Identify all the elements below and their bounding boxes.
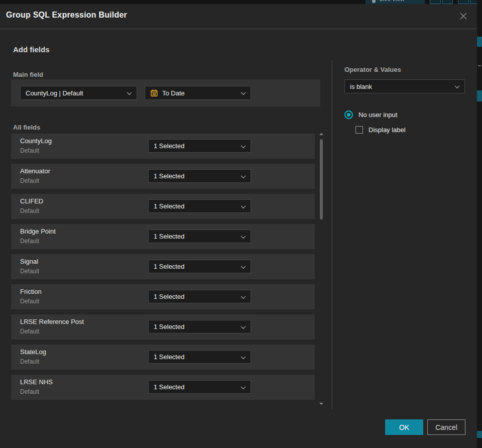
close-button[interactable] bbox=[457, 10, 470, 23]
no-user-input-label: No user input bbox=[358, 111, 397, 119]
scroll-up-icon[interactable] bbox=[319, 133, 323, 135]
field-selected-value: 1 Selected bbox=[154, 323, 184, 330]
operator-values-label: Operator & Values bbox=[344, 66, 401, 73]
all-fields-label: All fields bbox=[13, 124, 40, 131]
field-selected-value: 1 Selected bbox=[154, 233, 184, 240]
chevron-down-icon bbox=[241, 324, 246, 329]
field-name: CLIFED bbox=[20, 197, 43, 205]
live-view-button[interactable]: Live view bbox=[366, 0, 425, 4]
operator-select-value: is blank bbox=[350, 83, 372, 90]
page-behind-right-strip bbox=[477, 0, 482, 448]
field-selected-value: 1 Selected bbox=[154, 202, 184, 210]
field-selected-value: 1 Selected bbox=[154, 172, 184, 180]
field-selected-dropdown[interactable]: 1 Selected bbox=[148, 169, 251, 183]
scroll-down-icon[interactable] bbox=[319, 403, 323, 405]
add-fields-heading: Add fields bbox=[13, 45, 50, 54]
sidebar-fragment-tick bbox=[478, 65, 481, 66]
field-subtitle: Default bbox=[20, 358, 39, 365]
live-view-dot-icon bbox=[372, 0, 376, 3]
field-subtitle: Default bbox=[20, 238, 39, 245]
dialog-title: Group SQL Expression Builder bbox=[6, 11, 127, 20]
main-field-label: Main field bbox=[13, 71, 43, 78]
field-row: LRSE NHS Default 1 Selected bbox=[11, 375, 315, 400]
chevron-down-icon bbox=[241, 173, 246, 178]
all-fields-list: CountyLog Default 1 Selected Attenuator … bbox=[11, 134, 320, 405]
chevron-down-icon bbox=[241, 264, 246, 269]
field-subtitle: Default bbox=[20, 268, 39, 275]
field-name: Friction bbox=[20, 288, 42, 295]
display-label-checkbox[interactable]: Display label bbox=[355, 126, 406, 134]
field-selected-dropdown[interactable]: 1 Selected bbox=[148, 380, 251, 394]
field-name: StateLog bbox=[20, 348, 46, 356]
chevron-down-icon bbox=[241, 143, 246, 148]
chevron-down-icon bbox=[455, 83, 460, 88]
field-subtitle: Default bbox=[20, 207, 39, 214]
checkbox-unchecked-icon bbox=[355, 126, 363, 134]
field-selected-dropdown[interactable]: 1 Selected bbox=[148, 139, 251, 153]
field-row: Signal Default 1 Selected bbox=[11, 254, 315, 279]
field-name: Bridge Point bbox=[20, 228, 56, 235]
cancel-button[interactable]: Cancel bbox=[427, 419, 465, 435]
chevron-down-icon bbox=[241, 384, 246, 389]
sidebar-fragment-accent bbox=[477, 37, 482, 47]
scrollbar-thumb[interactable] bbox=[320, 139, 323, 219]
field-selected-dropdown[interactable]: 1 Selected bbox=[148, 260, 251, 273]
field-row: CountyLog Default 1 Selected bbox=[11, 134, 315, 159]
chevron-down-icon bbox=[241, 90, 246, 95]
chevron-down-icon bbox=[241, 294, 246, 299]
field-row: Attenuator Default 1 Selected bbox=[11, 164, 315, 189]
field-selected-value: 1 Selected bbox=[154, 383, 184, 391]
toolbar-fragment-icon[interactable] bbox=[442, 0, 453, 4]
page-behind-top-strip: Live view bbox=[0, 0, 482, 4]
chevron-down-icon bbox=[241, 203, 246, 208]
field-type-select-value: To Date bbox=[162, 89, 185, 97]
field-selected-value: 1 Selected bbox=[154, 263, 184, 270]
field-subtitle: Default bbox=[20, 147, 39, 154]
field-row: CLIFED Default 1 Selected bbox=[11, 194, 315, 219]
field-selected-dropdown[interactable]: 1 Selected bbox=[148, 320, 251, 333]
ok-button[interactable]: OK bbox=[385, 419, 423, 435]
group-sql-expression-builder-dialog: Group SQL Expression Builder Add fields … bbox=[0, 4, 477, 448]
field-name: Signal bbox=[20, 258, 38, 265]
field-row: StateLog Default 1 Selected bbox=[11, 345, 315, 370]
chevron-down-icon bbox=[241, 234, 246, 239]
field-name: Attenuator bbox=[20, 167, 50, 175]
field-name: LRSE NHS bbox=[20, 378, 53, 386]
field-selected-dropdown[interactable]: 1 Selected bbox=[148, 350, 251, 364]
field-selected-value: 1 Selected bbox=[154, 293, 184, 300]
display-label-label: Display label bbox=[369, 126, 406, 134]
chevron-down-icon bbox=[127, 90, 132, 95]
list-scrollbar[interactable] bbox=[319, 132, 324, 406]
main-field-select-value: CountyLog | Default bbox=[26, 89, 83, 97]
field-selected-dropdown[interactable]: 1 Selected bbox=[148, 290, 251, 303]
field-subtitle: Default bbox=[20, 388, 39, 395]
field-subtitle: Default bbox=[20, 298, 39, 305]
chevron-down-icon bbox=[241, 354, 246, 359]
field-name: LRSE Reference Post bbox=[20, 318, 84, 325]
field-name: CountyLog bbox=[20, 137, 52, 145]
field-row: LRSE Reference Post Default 1 Selected bbox=[11, 314, 315, 340]
field-selected-dropdown[interactable]: 1 Selected bbox=[148, 230, 251, 243]
operator-select[interactable]: is blank bbox=[344, 79, 465, 93]
field-subtitle: Default bbox=[20, 177, 39, 184]
field-type-select[interactable]: To Date bbox=[145, 86, 251, 100]
sidebar-fragment-accent bbox=[477, 90, 482, 101]
close-icon bbox=[459, 12, 468, 21]
panel-divider bbox=[332, 60, 332, 409]
field-selected-value: 1 Selected bbox=[154, 353, 184, 361]
live-view-label: Live view bbox=[380, 0, 404, 3]
field-selected-value: 1 Selected bbox=[154, 142, 184, 150]
field-row: Friction Default 1 Selected bbox=[11, 284, 315, 309]
field-row: Bridge Point Default 1 Selected bbox=[11, 224, 315, 249]
no-user-input-radio[interactable]: No user input bbox=[344, 110, 397, 119]
main-field-panel: CountyLog | Default To Date bbox=[11, 79, 320, 106]
field-selected-dropdown[interactable]: 1 Selected bbox=[148, 199, 251, 213]
radio-selected-icon bbox=[344, 110, 353, 119]
toolbar-fragment-icon[interactable] bbox=[430, 0, 441, 4]
sidebar-fragment-accent bbox=[477, 431, 482, 438]
main-field-select[interactable]: CountyLog | Default bbox=[20, 86, 137, 100]
dialog-titlebar: Group SQL Expression Builder bbox=[0, 4, 477, 29]
field-subtitle: Default bbox=[20, 328, 39, 335]
calendar-icon bbox=[150, 89, 158, 97]
toolbar-fragment-icon[interactable] bbox=[458, 0, 469, 4]
